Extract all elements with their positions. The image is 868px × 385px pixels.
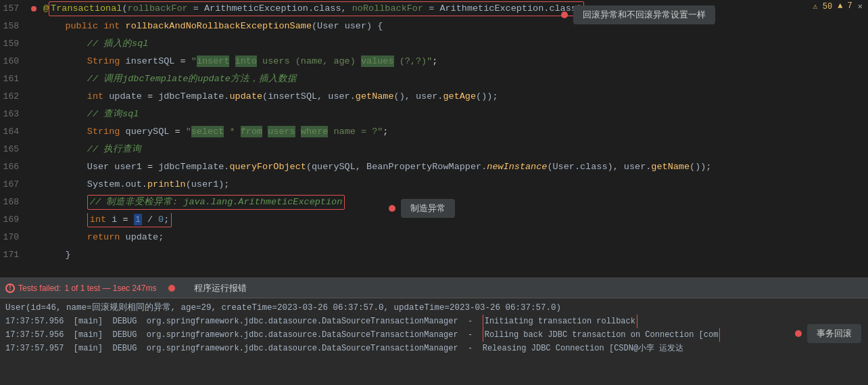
code-line-171: 171 }: [0, 246, 868, 264]
breakpoint-dot-157[interactable]: [31, 6, 37, 12]
code-editor: ⚠ 50 ▲ 7 ✕ 157 @Transactional(rollbackFo…: [0, 0, 868, 277]
line-content-165: // 执行查询: [41, 141, 868, 158]
warnings-area: ⚠ 50 ▲ 7 ✕: [813, 1, 863, 12]
line-num-163: 163: [0, 106, 27, 123]
code-line-164: 164 String querySQL = "select * from use…: [0, 123, 868, 141]
code-line-170: 170 return update;: [0, 229, 868, 246]
code-line-167: 167 System.out.println(user1);: [0, 176, 868, 194]
line-content-160: String insertSQL = "insert into users (n…: [41, 53, 868, 70]
line-content-163: // 查询sql: [41, 106, 868, 123]
gutter-157: [27, 6, 41, 12]
bottom-toolbar: ! Tests failed: 1 of 1 test — 1sec 247ms…: [0, 278, 868, 298]
error-count: ▲ 7: [838, 1, 852, 12]
callout-transaction-rollback: 事务回滚: [795, 324, 861, 343]
line-content-170: return update;: [41, 229, 868, 246]
line-content-164: String querySQL = "select * from users w…: [41, 123, 868, 141]
line-num-169: 169: [0, 211, 27, 229]
test-failed-label: Tests failed:: [18, 284, 61, 293]
line-num-167: 167: [0, 176, 27, 194]
log-area: User(id=46, name=回滚规则相同的异常, age=29, crea…: [0, 298, 868, 358]
line-num-160: 160: [0, 53, 27, 70]
line-num-168: 168: [0, 194, 27, 211]
callout-make-exception: 制造异常: [389, 199, 455, 218]
log-line-4: 17:37:57.957 [main] DEBUG org.springfram…: [5, 342, 863, 355]
code-line-161: 161 // 调用jdbcTemplate的update方法，插入数据: [0, 70, 868, 88]
line-num-157: 157: [0, 0, 27, 18]
callout-error-bubble: 程序运行报错: [187, 279, 254, 297]
line-content-161: // 调用jdbcTemplate的update方法，插入数据: [41, 70, 868, 88]
code-line-157: 157 @Transactional(rollbackFor = Arithme…: [0, 0, 868, 18]
line-content-166: User user1 = jdbcTemplate.queryForObject…: [41, 158, 868, 176]
line-num-161: 161: [0, 70, 27, 88]
callout-dot-2: [389, 205, 395, 212]
log-line-1: User(id=46, name=回滚规则相同的异常, age=29, crea…: [5, 301, 863, 315]
code-line-163: 163 // 查询sql: [0, 106, 868, 123]
line-num-166: 166: [0, 158, 27, 176]
line-num-162: 162: [0, 88, 27, 106]
test-failed-indicator: ! Tests failed: 1 of 1 test — 1sec 247ms: [5, 284, 156, 293]
line-content-157: @Transactional(rollbackFor = ArithmeticE…: [41, 0, 868, 18]
code-line-158: 158 public int rollbackAndNoRollbackExce…: [0, 18, 868, 35]
test-detail: 1 of 1 test — 1sec 247ms: [64, 284, 156, 293]
callout-bubble-1: 回滚异常和不回滚异常设置一样: [573, 5, 715, 24]
code-line-160: 160 String insertSQL = "insert into user…: [0, 53, 868, 70]
log-line-3: 17:37:57.956 [main] DEBUG org.springfram…: [5, 328, 863, 342]
line-content-171: }: [41, 246, 868, 264]
line-num-170: 170: [0, 229, 27, 246]
callout-transaction-bubble: 事务回滚: [807, 324, 861, 343]
line-content-158: public int rollbackAndNoRollbackExceptio…: [41, 18, 868, 35]
callout-dot-transaction: [795, 330, 802, 337]
line-num-158: 158: [0, 18, 27, 35]
line-num-165: 165: [0, 141, 27, 158]
code-line-165: 165 // 执行查询: [0, 141, 868, 158]
bottom-panel: ! Tests failed: 1 of 1 test — 1sec 247ms…: [0, 277, 868, 385]
callout-dot-1: [561, 12, 568, 18]
code-line-159: 159 // 插入的sql: [0, 35, 868, 53]
callout-same-exception: 回滚异常和不回滚异常设置一样: [561, 5, 715, 24]
callout-dot-error: [168, 285, 175, 292]
code-line-162: 162 int update = jdbcTemplate.update(ins…: [0, 88, 868, 106]
code-line-166: 166 User user1 = jdbcTemplate.queryForOb…: [0, 158, 868, 176]
callout-bubble-2: 制造异常: [401, 199, 455, 218]
line-num-171: 171: [0, 246, 27, 264]
fail-circle-icon: !: [5, 284, 15, 293]
close-icon[interactable]: ✕: [858, 1, 863, 12]
line-content-167: System.out.println(user1);: [41, 176, 868, 194]
line-num-164: 164: [0, 123, 27, 141]
line-content-162: int update = jdbcTemplate.update(insertS…: [41, 88, 868, 106]
warning-count: ⚠ 50: [813, 1, 832, 12]
line-num-159: 159: [0, 35, 27, 53]
log-line-2: 17:37:57.956 [main] DEBUG org.springfram…: [5, 315, 863, 328]
line-content-159: // 插入的sql: [41, 35, 868, 53]
